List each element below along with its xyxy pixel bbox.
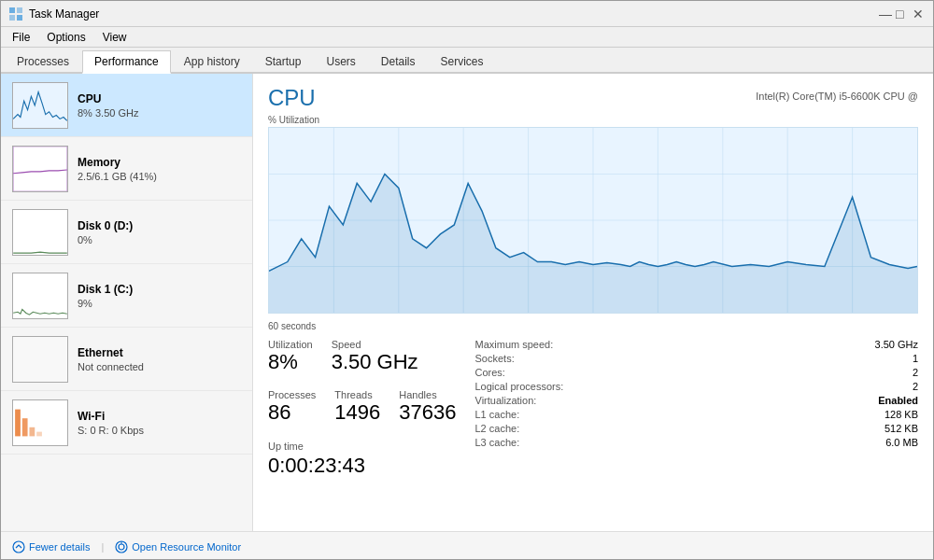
right-stat-l1: L1 cache: 128 KB [475,409,919,420]
tab-bar: Processes Performance App history Startu… [1,48,933,74]
handles-value: 37636 [399,400,456,425]
stat-threads: Threads 1496 [334,389,380,425]
logical-key: Logical processors: [475,381,564,392]
logical-val: 2 [913,381,918,392]
maximize-button[interactable]: □ [896,7,909,21]
tab-startup[interactable]: Startup [253,50,314,72]
disk0-sidebar-info: Disk 0 (D:) 0% [78,219,241,245]
speed-value: 3.50 GHz [332,350,418,374]
right-stat-virtualization: Virtualization: Enabled [475,395,919,406]
l2-val: 512 KB [884,423,918,434]
app-icon [8,7,23,21]
disk1-sidebar-info: Disk 1 (C:) 9% [78,283,241,309]
l1-val: 128 KB [884,409,918,420]
max-speed-key: Maximum speed: [475,339,554,350]
right-stat-l3: L3 cache: 6.0 MB [475,437,919,448]
fewer-details-icon [12,540,25,553]
memory-sidebar-info: Memory 2.5/6.1 GB (41%) [78,156,241,182]
open-monitor-label: Open Resource Monitor [132,541,241,553]
disk0-detail: 0% [78,234,241,245]
ethernet-detail: Not connected [78,361,241,372]
l3-val: 6.0 MB [885,437,918,448]
chart-y-label: % Utilization [268,115,918,125]
right-stat-sockets: Sockets: 1 [475,353,919,364]
tab-processes[interactable]: Processes [5,50,81,72]
uptime-label: Up time [268,441,457,452]
disk0-label: Disk 0 (D:) [78,219,241,232]
svg-rect-11 [15,409,21,436]
stat-utilization: Utilization 8% [268,339,313,374]
fewer-details-label: Fewer details [29,541,90,553]
wifi-sidebar-info: Wi-Fi S: 0 R: 0 Kbps [78,410,241,436]
ethernet-mini-chart [12,336,68,383]
disk1-detail: 9% [78,298,241,309]
sockets-val: 1 [913,353,918,364]
fewer-details-link[interactable]: Fewer details [12,540,90,553]
sidebar-item-ethernet[interactable]: Ethernet Not connected [1,328,252,391]
processes-label: Processes [268,389,316,400]
svg-rect-10 [13,400,67,445]
handles-label: Handles [399,389,456,400]
sidebar-item-cpu[interactable]: CPU 8% 3.50 GHz [1,74,252,137]
cpu-chart [268,127,918,314]
utilization-value: 8% [268,350,313,374]
cpu-sidebar-info: CPU 8% 3.50 GHz [78,92,241,119]
tab-details[interactable]: Details [369,50,428,72]
wifi-mini-chart [12,399,68,446]
open-monitor-link[interactable]: Open Resource Monitor [115,540,241,553]
cpu-mini-chart [12,82,68,129]
tab-app-history[interactable]: App history [172,50,252,72]
close-button[interactable]: ✕ [913,7,926,21]
cpu-label: CPU [78,92,241,105]
sidebar-item-disk0[interactable]: Disk 0 (D:) 0% [1,201,252,264]
footer-divider: | [101,541,104,553]
svg-point-29 [13,541,24,553]
svg-rect-7 [13,210,67,255]
memory-mini-chart [12,146,68,192]
stat-processes: Processes 86 [268,389,316,425]
tab-performance[interactable]: Performance [82,50,171,74]
menu-view[interactable]: View [95,29,134,46]
sidebar-item-disk1[interactable]: Disk 1 (C:) 9% [1,264,252,328]
right-stat-cores: Cores: 2 [475,367,919,378]
footer-bar: Fewer details | Open Resource Monitor [1,531,933,560]
tab-services[interactable]: Services [429,50,496,72]
l1-key: L1 cache: [475,409,520,420]
svg-rect-9 [13,337,67,382]
main-content: CPU 8% 3.50 GHz Memory 2.5/6.1 GB (41%) [1,74,933,531]
svg-rect-12 [22,418,28,436]
sidebar-item-wifi[interactable]: Wi-Fi S: 0 R: 0 Kbps [1,391,252,455]
tab-users[interactable]: Users [314,50,367,72]
virt-key: Virtualization: [475,395,537,406]
detail-subtitle: Intel(R) Core(TM) i5-6600K CPU @ [756,85,918,102]
svg-rect-3 [17,15,22,21]
svg-rect-2 [9,15,15,21]
stat-uptime: Up time 0:00:23:43 [268,441,457,478]
detail-title: CPU [268,85,316,111]
menu-options[interactable]: Options [39,29,92,46]
wifi-detail: S: 0 R: 0 Kbps [78,425,241,436]
stat-handles: Handles 37636 [399,389,456,425]
detail-header: CPU Intel(R) Core(TM) i5-6600K CPU @ [268,85,918,111]
l2-key: L2 cache: [475,423,520,434]
max-speed-val: 3.50 GHz [875,339,918,350]
cores-val: 2 [913,367,918,378]
title-bar-controls: — □ ✕ [879,7,926,21]
open-monitor-icon [115,540,128,553]
memory-detail: 2.5/6.1 GB (41%) [78,171,241,182]
threads-label: Threads [334,389,380,400]
right-stat-logical: Logical processors: 2 [475,381,919,392]
svg-rect-1 [17,7,22,13]
title-bar: Task Manager — □ ✕ [1,1,933,27]
right-stats: Maximum speed: 3.50 GHz Sockets: 1 Cores… [475,339,919,485]
disk1-label: Disk 1 (C:) [78,283,241,296]
menu-file[interactable]: File [5,29,37,46]
minimize-button[interactable]: — [879,7,892,21]
ethernet-label: Ethernet [78,346,241,359]
stat-speed: Speed 3.50 GHz [332,339,418,374]
stats-section: Utilization 8% Speed 3.50 GHz Processes … [268,339,918,485]
sockets-key: Sockets: [475,353,515,364]
sidebar-item-memory[interactable]: Memory 2.5/6.1 GB (41%) [1,137,252,201]
disk1-mini-chart [12,273,68,319]
svg-rect-0 [9,7,15,13]
